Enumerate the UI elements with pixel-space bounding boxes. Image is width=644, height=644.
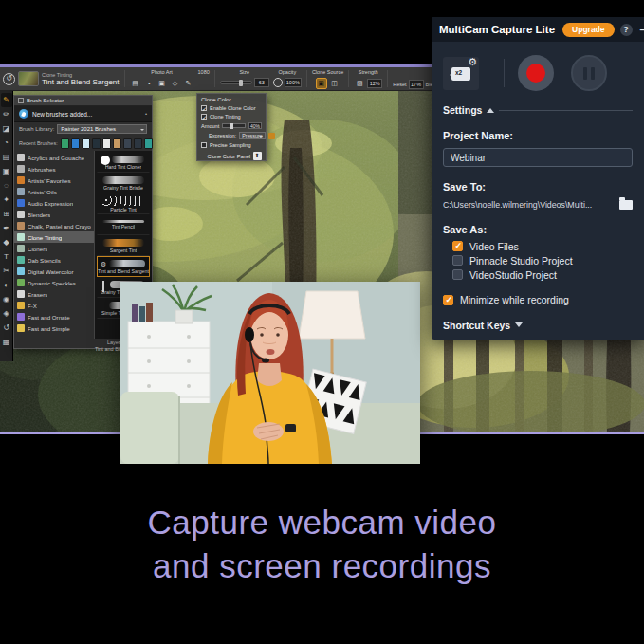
- magic-wand-tool[interactable]: ✦: [1, 193, 12, 207]
- clone-tinting-row[interactable]: Clone Tinting: [201, 114, 262, 120]
- category-digital-watercolor[interactable]: Digital Watercolor: [14, 266, 94, 277]
- expression-settings-icon[interactable]: [268, 133, 275, 139]
- category-erasers[interactable]: Erasers: [14, 288, 94, 300]
- enable-clone-color-checkbox[interactable]: [201, 105, 207, 111]
- category-artists-oils[interactable]: Artists' Oils: [14, 186, 94, 197]
- photo-art-tracing-icon[interactable]: ▣: [156, 78, 168, 89]
- upgrade-button[interactable]: Upgrade: [562, 23, 614, 37]
- scissors-tool[interactable]: ✂: [1, 264, 12, 278]
- brush-sargent-tint[interactable]: Sargent Tint: [97, 235, 150, 256]
- shortcut-keys-toggle[interactable]: Shortcut Keys: [443, 320, 633, 331]
- pen-tool[interactable]: ✏: [1, 107, 12, 121]
- pause-icon: [583, 67, 587, 80]
- category-chalk-pastel-and-crayons[interactable]: Chalk, Pastel and Crayons: [14, 220, 94, 231]
- brush-library-dropdown[interactable]: Painter 2021 Brushes: [57, 124, 147, 134]
- capture-toolbar: x2 ⚙: [443, 53, 633, 93]
- category-acrylics-and-gouache[interactable]: Acrylics and Gouache: [14, 152, 94, 163]
- category-audio-expression[interactable]: Audio Expression: [14, 197, 94, 209]
- brush-category-icon: [17, 313, 25, 321]
- calligraphy-tool[interactable]: ✒: [1, 221, 12, 235]
- clone-source-image-icon[interactable]: ◫: [329, 78, 340, 89]
- category-airbrushes[interactable]: Airbrushes: [14, 163, 94, 175]
- category-fast-and-ornate[interactable]: Fast and Ornate: [14, 311, 94, 322]
- media-value[interactable]: 17%: [409, 80, 424, 89]
- brush-tint-and-blend-sargent[interactable]: Tint and Blend Sargent: [97, 256, 150, 277]
- category-cloners[interactable]: Cloners: [14, 243, 94, 254]
- recent-brush[interactable]: [123, 138, 132, 149]
- rotate-page-tool[interactable]: ↺: [1, 321, 12, 335]
- notification-close-icon[interactable]: •: [145, 111, 147, 117]
- eraser-tool[interactable]: ◪: [1, 121, 12, 136]
- size-value[interactable]: 63: [254, 78, 269, 87]
- category-f-x[interactable]: F-X: [14, 300, 94, 311]
- minimize-while-recording-row[interactable]: Minimize while recording: [443, 294, 633, 305]
- magnifier-tool[interactable]: ◉: [1, 292, 12, 306]
- media-reset-label[interactable]: Reset: [393, 82, 406, 87]
- strength-value[interactable]: 12%: [367, 79, 382, 88]
- recent-brush[interactable]: [144, 138, 153, 149]
- shape-tool[interactable]: ◆: [1, 235, 12, 249]
- folder-browse-icon[interactable]: [619, 200, 633, 210]
- settings-toggle[interactable]: Settings: [443, 104, 633, 116]
- clone-tinting-checkbox[interactable]: [201, 114, 207, 120]
- photo-art-stamp-icon[interactable]: ▤: [130, 78, 141, 89]
- checkbox[interactable]: [452, 255, 463, 266]
- option-videostudio-project[interactable]: VideoStudio Project: [443, 267, 633, 282]
- recent-brush[interactable]: [61, 138, 69, 149]
- recent-brush[interactable]: [134, 138, 142, 149]
- minimize-checkbox[interactable]: [443, 295, 453, 305]
- brush-stroke-preview: [102, 220, 144, 223]
- amount-value[interactable]: 40%: [248, 122, 262, 129]
- lasso-tool[interactable]: ◌: [1, 178, 12, 193]
- navigator-tool[interactable]: ▦: [1, 335, 12, 349]
- enable-clone-color-row[interactable]: Enable Clone Color: [201, 105, 262, 111]
- opacity-value[interactable]: 100%: [285, 78, 302, 87]
- checkbox[interactable]: [452, 241, 463, 251]
- category-dynamic-speckles[interactable]: Dynamic Speckles: [14, 277, 94, 288]
- brush-tint-pencil[interactable]: Tint Pencil: [97, 214, 150, 235]
- photo-art-cursor-icon[interactable]: ◇: [170, 78, 181, 89]
- precise-sampling-row[interactable]: Precise Sampling: [201, 142, 262, 148]
- brush-preset-indicator[interactable]: ↺ Clone Tinting Tint and Blend Sargent: [3, 68, 120, 89]
- option-video-files[interactable]: Video Files: [443, 239, 633, 253]
- recent-brush[interactable]: [113, 138, 121, 149]
- category-clone-tinting[interactable]: Clone Tinting: [14, 231, 94, 243]
- clone-color-panel-button[interactable]: Clone Color Panel: [201, 152, 262, 160]
- option-pinnacle-studio-project[interactable]: Pinnacle Studio Project: [443, 253, 633, 267]
- pause-button[interactable]: [571, 55, 607, 91]
- fill-tool[interactable]: ▤: [1, 150, 12, 164]
- new-brushes-notification[interactable]: New brushes added... •: [14, 106, 152, 122]
- size-slider[interactable]: [220, 81, 252, 84]
- brush-hard-tint-cloner[interactable]: Hard Tint Cloner: [97, 152, 150, 173]
- project-name-input[interactable]: [443, 148, 633, 167]
- expression-dropdown[interactable]: Pressure: [239, 132, 266, 139]
- category-artists-favorites[interactable]: Artists' Favorites: [14, 175, 94, 186]
- dropper-tool[interactable]: ◔: [1, 136, 12, 150]
- amount-slider[interactable]: [222, 123, 246, 128]
- brush-particle-tint[interactable]: Particle Tint: [97, 193, 150, 214]
- mixer-tool[interactable]: ◐: [1, 278, 12, 292]
- clone-source-stamp-icon[interactable]: ▣: [316, 78, 327, 89]
- category-fast-and-simple[interactable]: Fast and Simple: [14, 322, 94, 334]
- category-dab-stencils[interactable]: Dab Stencils: [14, 254, 94, 266]
- brush-grainy-tint-bristle[interactable]: Grainy Tint Bristle: [97, 173, 150, 193]
- recent-brush[interactable]: [92, 138, 101, 149]
- minimize-icon[interactable]: –: [640, 25, 644, 35]
- category-blenders[interactable]: Blenders: [14, 209, 94, 220]
- brush-selector-header[interactable]: Brush Selector: [14, 96, 152, 106]
- photo-art-pen-icon[interactable]: ✎: [183, 78, 194, 89]
- divine-proportion-tool[interactable]: ◈: [1, 306, 12, 321]
- camera-sources-button[interactable]: x2 ⚙: [443, 57, 479, 90]
- text-tool[interactable]: T: [1, 249, 12, 264]
- photo-art-quick-clone-icon[interactable]: ◔: [143, 78, 155, 89]
- clone-stamp-tool[interactable]: ▣: [1, 164, 12, 178]
- brush-tool[interactable]: ✎: [1, 93, 12, 107]
- crop-tool[interactable]: ⊞: [1, 207, 12, 221]
- help-icon[interactable]: ?: [620, 24, 633, 36]
- record-button[interactable]: [518, 55, 554, 91]
- checkbox[interactable]: [452, 269, 463, 280]
- recent-brush[interactable]: [71, 138, 80, 149]
- precise-sampling-checkbox[interactable]: [201, 142, 207, 148]
- recent-brush[interactable]: [102, 138, 111, 149]
- recent-brush[interactable]: [82, 138, 90, 149]
